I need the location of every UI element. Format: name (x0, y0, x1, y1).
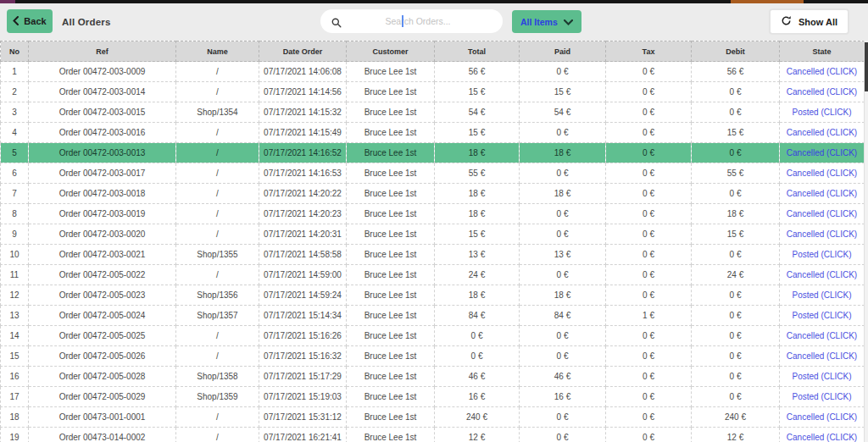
cell-debit: 55 € (692, 163, 780, 184)
table-row[interactable]: 18 Order 00473-001-0001 / 07/17/2021 15:… (1, 407, 865, 428)
items-filter-label: All Items (520, 17, 558, 27)
cell-date-order: 07/17/2021 14:15:49 (259, 123, 347, 143)
cell-state: Posted (CLICK) (780, 285, 865, 306)
cell-debit: 0 € (692, 367, 780, 387)
state-link[interactable]: Cancelled (CLICK) (787, 87, 857, 97)
cell-no: 11 (1, 265, 29, 285)
state-link[interactable]: Cancelled (CLICK) (787, 351, 857, 361)
cell-total: 18 € (435, 184, 520, 204)
cell-customer: Bruce Lee 1st (347, 163, 435, 184)
table-row[interactable]: 7 Order 00472-003-0018 / 07/17/2021 14:2… (1, 184, 865, 204)
state-link[interactable]: Posted (CLICK) (792, 311, 851, 320)
table-row[interactable]: 2 Order 00472-003-0014 / 07/17/2021 14:1… (1, 82, 865, 102)
cell-name: / (176, 224, 259, 245)
items-filter-dropdown[interactable]: All Items (512, 10, 581, 33)
chevron-down-icon (564, 15, 573, 28)
back-button[interactable]: Back (7, 9, 53, 33)
cell-no: 4 (1, 123, 29, 143)
state-link[interactable]: Cancelled (CLICK) (787, 169, 857, 178)
scrollbar-thumb[interactable] (865, 42, 868, 91)
state-link[interactable]: Posted (CLICK) (792, 108, 851, 117)
table-row[interactable]: 1 Order 00472-003-0009 / 07/17/2021 14:0… (1, 62, 865, 82)
cell-state: Posted (CLICK) (780, 245, 865, 265)
cell-no: 12 (1, 285, 29, 306)
table-row[interactable]: 6 Order 00472-003-0017 / 07/17/2021 14:1… (1, 163, 865, 184)
table-row[interactable]: 15 Order 00472-005-0026 / 07/17/2021 15:… (1, 346, 865, 367)
cell-paid: 18 € (520, 285, 606, 306)
table-row[interactable]: 17 Order 00472-005-0029 Shop/1359 07/17/… (1, 387, 865, 407)
cell-total: 15 € (435, 123, 520, 143)
cell-date-order: 07/17/2021 14:20:31 (259, 224, 347, 245)
table-row[interactable]: 9 Order 00472-003-0020 / 07/17/2021 14:2… (1, 224, 865, 245)
state-link[interactable]: Cancelled (CLICK) (787, 270, 857, 279)
cell-customer: Bruce Lee 1st (347, 387, 435, 407)
table-row[interactable]: 10 Order 00472-003-0021 Shop/1355 07/17/… (1, 245, 865, 265)
cell-state: Cancelled (CLICK) (780, 82, 865, 102)
cell-tax: 0 € (606, 245, 692, 265)
cell-name: / (176, 265, 259, 285)
cell-customer: Bruce Lee 1st (347, 123, 435, 143)
table-row[interactable]: 11 Order 00472-005-0022 / 07/17/2021 14:… (1, 265, 865, 285)
vertical-scrollbar[interactable] (864, 41, 868, 442)
cell-state: Cancelled (CLICK) (780, 62, 865, 82)
cell-ref: Order 00472-003-0009 (29, 62, 176, 82)
search-input[interactable] (344, 9, 492, 33)
cell-paid: 0 € (520, 224, 606, 245)
state-link[interactable]: Posted (CLICK) (792, 290, 851, 300)
table-row[interactable]: 12 Order 00472-005-0023 Shop/1356 07/17/… (1, 285, 865, 306)
cell-date-order: 07/17/2021 14:14:56 (259, 82, 347, 102)
cell-date-order: 07/17/2021 15:31:12 (259, 407, 347, 428)
cell-name: / (176, 123, 259, 143)
state-link[interactable]: Cancelled (CLICK) (787, 189, 857, 198)
cell-ref: Order 00472-005-0026 (29, 346, 176, 367)
cell-customer: Bruce Lee 1st (347, 285, 435, 306)
orders-table: No Ref Name Date Order Customer Total Pa… (0, 41, 864, 442)
state-link[interactable]: Cancelled (CLICK) (787, 229, 857, 239)
cell-ref: Order 00472-005-0029 (29, 387, 176, 407)
cell-name: Shop/1356 (176, 285, 259, 306)
column-header-debit: Debit (692, 41, 780, 62)
state-link[interactable]: Posted (CLICK) (792, 372, 851, 381)
cell-state: Cancelled (CLICK) (780, 204, 865, 224)
cell-no: 2 (1, 82, 29, 102)
state-link[interactable]: Cancelled (CLICK) (787, 67, 857, 76)
table-row[interactable]: 13 Order 00472-005-0024 Shop/1357 07/17/… (1, 306, 865, 326)
table-row[interactable]: 4 Order 00472-003-0016 / 07/17/2021 14:1… (1, 123, 865, 143)
cell-name: Shop/1358 (176, 367, 259, 387)
cell-no: 13 (1, 306, 29, 326)
table-row[interactable]: 19 Order 00473-014-0002 / 07/17/2021 16:… (1, 428, 865, 442)
state-link[interactable]: Cancelled (CLICK) (787, 128, 857, 137)
show-all-button[interactable]: Show All (770, 9, 849, 34)
table-row[interactable]: 8 Order 00472-003-0019 / 07/17/2021 14:2… (1, 204, 865, 224)
cell-ref: Order 00472-003-0017 (29, 163, 176, 184)
state-link[interactable]: Cancelled (CLICK) (787, 433, 857, 442)
cell-paid: 0 € (520, 204, 606, 224)
cell-customer: Bruce Lee 1st (347, 326, 435, 346)
cell-debit: 15 € (692, 123, 780, 143)
state-link[interactable]: Cancelled (CLICK) (787, 148, 857, 157)
cell-no: 14 (1, 326, 29, 346)
cell-debit: 0 € (692, 102, 780, 123)
cell-ref: Order 00472-003-0014 (29, 82, 176, 102)
state-link[interactable]: Cancelled (CLICK) (787, 209, 857, 218)
table-row[interactable]: 16 Order 00472-005-0028 Shop/1358 07/17/… (1, 367, 865, 387)
state-link[interactable]: Cancelled (CLICK) (787, 331, 857, 340)
state-link[interactable]: Cancelled (CLICK) (787, 412, 857, 422)
cell-state: Posted (CLICK) (780, 306, 865, 326)
cell-name: / (176, 346, 259, 367)
cell-tax: 0 € (606, 102, 692, 123)
search-box[interactable] (320, 9, 503, 33)
state-link[interactable]: Posted (CLICK) (792, 392, 851, 401)
cell-name: / (176, 163, 259, 184)
cell-date-order: 07/17/2021 14:20:23 (259, 204, 347, 224)
state-link[interactable]: Posted (CLICK) (792, 250, 851, 259)
cell-name: Shop/1355 (176, 245, 259, 265)
cell-total: 12 € (435, 428, 520, 442)
table-row[interactable]: 3 Order 00472-003-0015 Shop/1354 07/17/2… (1, 102, 865, 123)
cell-state: Posted (CLICK) (780, 367, 865, 387)
table-row[interactable]: 5 Order 00472-003-0013 / 07/17/2021 14:1… (1, 143, 865, 163)
cell-state: Cancelled (CLICK) (780, 143, 865, 163)
cell-name: Shop/1359 (176, 387, 259, 407)
table-row[interactable]: 14 Order 00472-005-0025 / 07/17/2021 15:… (1, 326, 865, 346)
cell-tax: 0 € (606, 326, 692, 346)
